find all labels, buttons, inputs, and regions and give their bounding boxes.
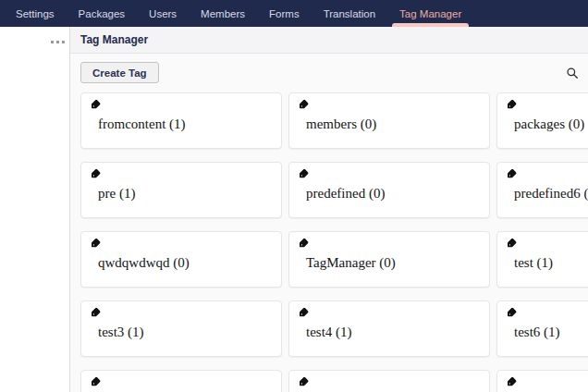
nav-item-packages[interactable]: Packages: [67, 0, 138, 27]
tag-card[interactable]: predefined6 (0): [496, 162, 588, 218]
tag-card-label: packages (0): [514, 116, 588, 132]
create-tag-button[interactable]: Create Tag: [80, 62, 159, 83]
nav-item-label: Translation: [324, 8, 375, 19]
tag-card[interactable]: [80, 370, 282, 392]
tag-grid: fromcontent (1)members (0)packages (0)pr…: [80, 92, 588, 392]
tag-card[interactable]: members (0): [288, 92, 490, 149]
tag-card[interactable]: test3 (1): [80, 300, 282, 357]
tag-icon: [508, 307, 518, 317]
tag-card[interactable]: TagManager (0): [288, 231, 490, 288]
nav-item-label: Members: [201, 8, 245, 19]
tag-icon: [92, 168, 102, 178]
tag-card[interactable]: [496, 370, 588, 392]
tag-icon: [508, 99, 518, 109]
tag-icon: [92, 307, 102, 317]
tag-card-label: pre (1): [98, 186, 281, 202]
tag-card-label: predefined6 (0): [514, 186, 588, 202]
tag-card[interactable]: test4 (1): [288, 300, 490, 357]
tag-card[interactable]: test6 (1): [496, 300, 588, 357]
search-button[interactable]: [564, 65, 581, 81]
top-nav: SettingsPackagesUsersMembersFormsTransla…: [0, 0, 588, 27]
app-body: Tag Manager Create Tag fromcontent (1)me…: [0, 27, 588, 392]
tag-icon: [92, 99, 102, 109]
nav-item-label: Tag Manager: [399, 8, 461, 19]
nav-item-tag-manager[interactable]: Tag Manager: [387, 0, 473, 27]
tag-card[interactable]: qwdqwdwqd (0): [80, 231, 282, 288]
page-title: Tag Manager: [80, 33, 148, 46]
magnifier-icon: [566, 67, 579, 80]
tag-icon: [92, 238, 102, 248]
tag-card[interactable]: test (1): [496, 231, 588, 288]
tag-card-label: test4 (1): [306, 325, 489, 340]
tag-icon: [508, 238, 518, 248]
tag-card-label: test6 (1): [514, 325, 588, 340]
main-content: Tag Manager Create Tag fromcontent (1)me…: [70, 27, 588, 392]
tag-card-label: test3 (1): [98, 325, 281, 340]
tag-card-label: qwdqwdwqd (0): [98, 255, 281, 271]
tag-card[interactable]: [288, 370, 490, 392]
tag-card[interactable]: fromcontent (1): [80, 92, 282, 149]
tag-card-label: members (0): [306, 116, 489, 132]
tag-card-label: TagManager (0): [306, 255, 489, 271]
tag-icon: [300, 99, 310, 109]
tag-card[interactable]: predefined (0): [288, 162, 490, 218]
tag-card-label: predefined (0): [306, 186, 489, 202]
nav-item-users[interactable]: Users: [137, 0, 189, 27]
tag-icon: [300, 376, 310, 386]
nav-item-label: Packages: [79, 8, 126, 19]
tag-icon: [92, 376, 102, 386]
tag-card-label: test (1): [514, 255, 588, 271]
tag-icon: [300, 238, 310, 248]
active-tab-underline: [392, 23, 469, 27]
tag-icon: [508, 168, 518, 178]
tag-icon: [508, 376, 518, 386]
nav-item-label: Users: [149, 8, 177, 19]
left-sidebar: [0, 27, 70, 392]
nav-item-settings[interactable]: Settings: [4, 0, 67, 27]
ellipsis-icon[interactable]: [51, 41, 65, 43]
page-header: Tag Manager: [70, 27, 588, 54]
nav-item-label: Forms: [269, 8, 300, 19]
tag-card[interactable]: packages (0): [496, 92, 588, 149]
tag-icon: [300, 307, 310, 317]
nav-item-forms[interactable]: Forms: [257, 0, 312, 27]
nav-item-translation[interactable]: Translation: [312, 0, 387, 27]
tag-card-label: fromcontent (1): [98, 116, 281, 132]
nav-item-members[interactable]: Members: [189, 0, 257, 27]
tag-icon: [300, 168, 310, 178]
nav-item-label: Settings: [16, 8, 55, 19]
toolbar: Create Tag: [70, 54, 588, 83]
tag-card[interactable]: pre (1): [80, 162, 282, 218]
